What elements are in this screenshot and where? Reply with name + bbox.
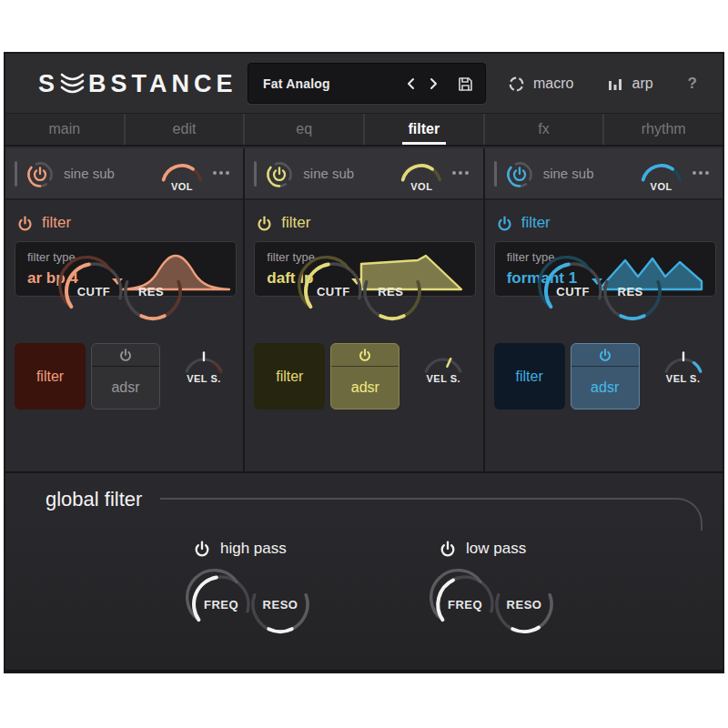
- resonance-label: RES: [122, 285, 180, 298]
- more-options-icon[interactable]: [693, 171, 709, 175]
- lp-freq-label: FREQ: [436, 598, 494, 612]
- filter-section-label: filter: [521, 214, 551, 232]
- filter-target-button[interactable]: filter: [254, 343, 325, 410]
- power-icon: [16, 215, 34, 232]
- preset-name[interactable]: Fat Analog: [263, 76, 330, 91]
- volume-label: VOL: [157, 181, 207, 192]
- lp-reso-label: RESO: [495, 598, 553, 612]
- substance-plugin-window: S BSTANCE Fat Analog: [4, 52, 724, 673]
- power-icon: [598, 348, 612, 362]
- velocity-label: VEL S.: [649, 373, 718, 384]
- arp-bars-icon: [608, 77, 623, 91]
- oscillator-name: sine sub: [303, 166, 354, 181]
- tab-eq[interactable]: eq: [243, 114, 363, 145]
- velocity-sensitivity-knob[interactable]: [418, 349, 469, 390]
- hp-reso-label: RESO: [251, 598, 309, 612]
- filter-enable[interactable]: filter: [496, 214, 551, 232]
- strip-1: sine sub VOL filter filter type ar bp 4: [5, 148, 243, 471]
- velocity-label: VEL S.: [409, 373, 478, 384]
- tab-bar: main edit eq filter fx rhythm: [5, 114, 723, 147]
- global-filter-title: global filter: [46, 488, 142, 511]
- help-button[interactable]: ?: [688, 75, 697, 93]
- cutoff-label: CUTF: [544, 285, 602, 298]
- resonance-label: RES: [361, 285, 420, 298]
- adsr-label: adsr: [331, 367, 399, 409]
- wave-icon: [60, 70, 85, 97]
- strip-3: sine sub VOL filter filter type formant …: [483, 148, 723, 471]
- tab-filter[interactable]: filter: [363, 114, 483, 145]
- hp-freq-label: FREQ: [192, 598, 250, 612]
- power-icon: [256, 215, 273, 232]
- header-bar: S BSTANCE Fat Analog: [5, 54, 723, 114]
- strip-1-header: sine sub VOL: [5, 148, 243, 200]
- logo-text-prefix: S: [38, 70, 59, 98]
- logo-text-suffix: BSTANCE: [88, 70, 238, 98]
- drag-handle[interactable]: [15, 161, 17, 187]
- macro-label: macro: [533, 76, 573, 92]
- power-icon: [439, 540, 457, 558]
- power-icon: [358, 348, 372, 362]
- tab-main[interactable]: main: [5, 114, 124, 145]
- drag-handle[interactable]: [494, 161, 497, 187]
- velocity-label: VEL S.: [169, 373, 238, 384]
- strip-2-header: sine sub VOL: [245, 148, 482, 200]
- macro-icon: [508, 76, 525, 93]
- power-icon: [496, 215, 513, 232]
- cutoff-label: CUTF: [304, 285, 362, 298]
- adsr-power-button[interactable]: [331, 344, 399, 367]
- filter-enable[interactable]: filter: [16, 214, 71, 232]
- filter-target-button[interactable]: filter: [494, 343, 565, 410]
- active-tab-underline: [402, 142, 446, 145]
- save-icon: [457, 76, 474, 93]
- filter-target-button[interactable]: filter: [15, 343, 86, 410]
- adsr-button[interactable]: adsr: [91, 343, 160, 410]
- preset-prev-button[interactable]: [401, 75, 420, 93]
- volume-label: VOL: [636, 181, 687, 192]
- header-actions: macro arp ?: [508, 54, 697, 114]
- tab-fx[interactable]: fx: [483, 114, 603, 145]
- more-options-icon[interactable]: [213, 171, 229, 175]
- oscillator-name: sine sub: [543, 166, 594, 181]
- oscillator-power-button[interactable]: [504, 159, 535, 190]
- substance-logo: S BSTANCE: [38, 67, 238, 100]
- strip-2: sine sub VOL filter filter type daft lp: [243, 148, 482, 471]
- tab-rhythm[interactable]: rhythm: [602, 114, 723, 145]
- adsr-label: adsr: [571, 367, 639, 409]
- filter-section-label: filter: [281, 214, 310, 232]
- macro-button[interactable]: macro: [508, 76, 573, 93]
- high-pass-enable[interactable]: high pass: [193, 540, 287, 558]
- more-options-icon[interactable]: [452, 171, 469, 175]
- drag-handle[interactable]: [254, 161, 257, 187]
- high-pass-label: high pass: [220, 540, 287, 558]
- preset-box: Fat Analog: [248, 63, 486, 104]
- volume-label: VOL: [396, 181, 447, 192]
- low-pass-label: low pass: [466, 540, 526, 558]
- oscillator-power-button[interactable]: [264, 159, 295, 190]
- oscillator-name: sine sub: [64, 166, 115, 181]
- tab-edit[interactable]: edit: [124, 114, 244, 145]
- cutoff-label: CUTF: [65, 285, 123, 298]
- oscillator-power-button[interactable]: [25, 159, 56, 190]
- adsr-power-button[interactable]: [571, 344, 639, 367]
- resonance-label: RES: [602, 285, 660, 298]
- power-icon: [118, 348, 133, 362]
- adsr-button[interactable]: adsr: [571, 343, 640, 410]
- velocity-sensitivity-knob[interactable]: [178, 349, 229, 390]
- save-preset-button[interactable]: [456, 75, 474, 93]
- oscillator-strips: sine sub VOL filter filter type ar bp 4: [5, 148, 723, 473]
- global-filter-section: global filter high pass low pass FREQ: [5, 473, 723, 673]
- bottom-edge: [5, 670, 723, 673]
- filter-section-label: filter: [42, 214, 71, 232]
- arp-button[interactable]: arp: [608, 76, 652, 92]
- adsr-label: adsr: [92, 367, 159, 409]
- filter-enable[interactable]: filter: [256, 214, 310, 232]
- preset-next-button[interactable]: [424, 75, 442, 93]
- arp-label: arp: [632, 76, 652, 92]
- section-divider: [160, 498, 703, 531]
- strip-3-header: sine sub VOL: [485, 148, 723, 200]
- adsr-button[interactable]: adsr: [330, 343, 399, 410]
- velocity-sensitivity-knob[interactable]: [658, 349, 709, 390]
- power-icon: [193, 540, 211, 558]
- adsr-power-button[interactable]: [92, 344, 159, 367]
- low-pass-enable[interactable]: low pass: [439, 540, 526, 558]
